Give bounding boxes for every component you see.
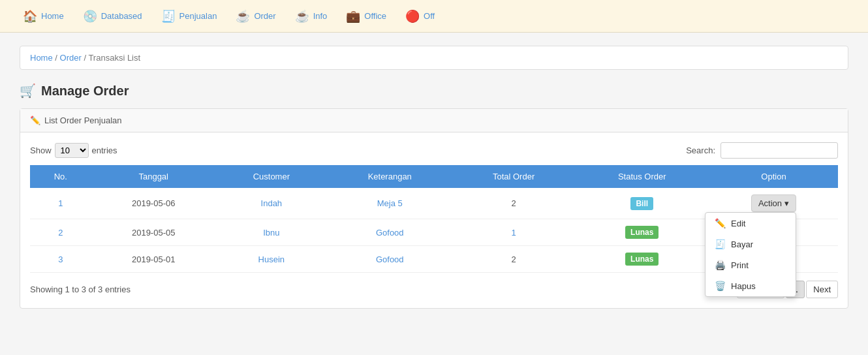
row-customer[interactable]: Indah [216,188,327,219]
row-customer[interactable]: Ibnu [216,219,327,246]
row-total-order[interactable]: 1 [453,219,575,246]
col-header-status-order: Status Order [574,165,709,188]
col-header-option: Option [709,165,838,188]
entries-label: entries [92,146,117,155]
info-icon: ☕ [294,8,310,24]
breadcrumb-home[interactable]: Home [30,53,53,63]
col-header-no-: No. [30,165,91,188]
row-tanggal: 2019-05-06 [91,188,216,219]
row-status: Lunas [574,246,709,273]
nav-label-penjualan: Penjualan [179,11,217,21]
row-no[interactable]: 3 [30,246,91,273]
navbar: 🏠Home💿Databased🧾Penjualan☕Order☕Info💼Off… [0,0,868,33]
nav-item-info[interactable]: ☕Info [285,0,337,33]
edit-icon: ✏️ [715,218,726,228]
nav-item-off[interactable]: 🔴Off [395,0,444,33]
col-header-keterangan: Keterangan [327,165,453,188]
row-total-order: 2 [453,246,575,273]
nav-item-home[interactable]: 🏠Home [13,0,73,33]
row-status: Bill [574,188,709,219]
row-total-order: 2 [453,188,575,219]
next-button[interactable]: Next [806,281,838,298]
nav-label-databased: Databased [101,11,142,21]
row-option: Action ▾✏️Edit🧾Bayar🖨️Print🗑️Hapus [709,188,838,219]
breadcrumb-current: Transaksi List [88,53,140,63]
action-dropdown: ✏️Edit🧾Bayar🖨️Print🗑️Hapus [705,212,796,297]
status-badge: Lunas [625,253,659,266]
databased-icon: 💿 [82,8,98,24]
entries-select[interactable]: 102550100 [55,143,89,158]
row-keterangan[interactable]: Gofood [327,246,453,273]
breadcrumb-order[interactable]: Order [60,53,82,63]
search-input[interactable] [721,142,838,159]
hapus-icon: 🗑️ [715,281,726,291]
action-button[interactable]: Action ▾ [751,194,796,212]
office-icon: 💼 [345,8,361,24]
nav-item-penjualan[interactable]: 🧾Penjualan [151,0,226,33]
show-label: Show [30,146,52,155]
cart-icon: 🛒 [20,83,36,99]
nav-label-info: Info [313,11,328,21]
col-header-total-order: Total Order [453,165,575,188]
col-header-customer: Customer [216,165,327,188]
main-content: Home / Order / Transaksi List 🛒 Manage O… [0,33,868,355]
dropdown-item-edit[interactable]: ✏️Edit [705,213,796,234]
home-icon: 🏠 [22,8,38,24]
table-header-row: No.TanggalCustomerKeteranganTotal OrderS… [30,165,838,188]
dropdown-item-label: Hapus [731,281,756,291]
edit-header-icon: ✏️ [30,116,40,125]
action-wrapper: Action ▾✏️Edit🧾Bayar🖨️Print🗑️Hapus [751,194,796,212]
status-badge: Bill [630,197,653,210]
action-label: Action [758,198,782,208]
orders-table: No.TanggalCustomerKeteranganTotal OrderS… [30,165,838,273]
order-icon: ☕ [235,8,251,24]
row-no[interactable]: 2 [30,219,91,246]
nav-label-order: Order [254,11,275,21]
row-customer[interactable]: Husein [216,246,327,273]
table-controls: Show 102550100 entries Search: [30,142,838,159]
dropdown-item-print[interactable]: 🖨️Print [705,255,796,275]
nav-item-databased[interactable]: 💿Databased [73,0,151,33]
card-header-label: List Order Penjualan [44,116,122,125]
nav-label-home: Home [41,11,64,21]
row-tanggal: 2019-05-01 [91,246,216,273]
table-row: 12019-05-06IndahMeja 52BillAction ▾✏️Edi… [30,188,838,219]
card-header: ✏️ List Order Penjualan [20,109,848,132]
nav-label-off: Off [424,11,435,21]
page-title: Manage Order [41,84,129,99]
off-icon: 🔴 [405,8,420,24]
search-label: Search: [686,146,715,155]
card-body: Show 102550100 entries Search: No.Tangga… [20,132,848,308]
dropdown-item-bayar[interactable]: 🧾Bayar [705,234,796,255]
nav-item-order[interactable]: ☕Order [226,0,285,33]
row-keterangan[interactable]: Gofood [327,219,453,246]
row-no[interactable]: 1 [30,188,91,219]
print-icon: 🖨️ [715,260,726,270]
row-status: Lunas [574,219,709,246]
breadcrumb: Home / Order / Transaksi List [20,46,848,70]
showing-entries: Showing 1 to 3 of 3 entries [30,285,131,294]
search-box: Search: [686,142,838,159]
dropdown-item-label: Edit [731,219,745,228]
caret-icon: ▾ [784,198,789,208]
dropdown-item-label: Bayar [731,239,753,249]
dropdown-item-hapus[interactable]: 🗑️Hapus [705,275,796,296]
row-tanggal: 2019-05-05 [91,219,216,246]
penjualan-icon: 🧾 [161,8,176,24]
page-title-wrapper: 🛒 Manage Order [20,83,848,99]
bayar-icon: 🧾 [715,239,726,249]
show-entries: Show 102550100 entries [30,143,117,158]
main-card: ✏️ List Order Penjualan Show 102550100 e… [20,108,848,309]
col-header-tanggal: Tanggal [91,165,216,188]
row-keterangan[interactable]: Meja 5 [327,188,453,219]
status-badge: Lunas [625,226,659,239]
nav-label-office: Office [364,11,386,21]
dropdown-item-label: Print [731,260,749,270]
nav-item-office[interactable]: 💼Office [336,0,395,33]
